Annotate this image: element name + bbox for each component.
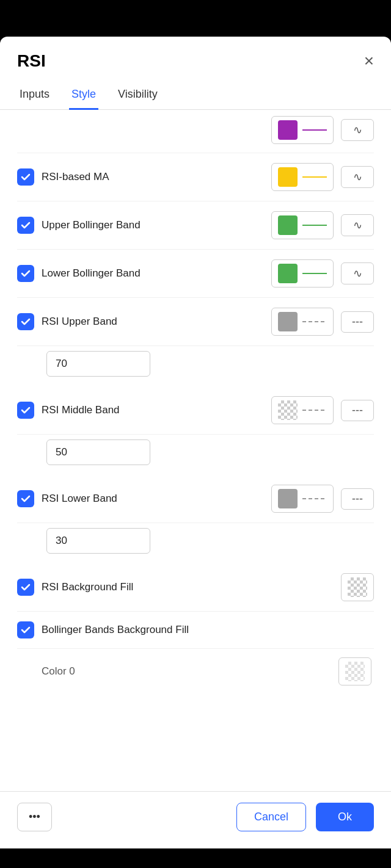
dialog-footer: ••• Cancel Ok: [0, 791, 391, 848]
label-bollinger-bg-fill: Bollinger Bands Background Fill: [42, 624, 374, 636]
dialog-title: RSI: [17, 51, 46, 71]
checkbox-rsi-lower-band[interactable]: [17, 490, 34, 507]
ok-button[interactable]: Ok: [316, 803, 374, 831]
tab-inputs[interactable]: Inputs: [17, 82, 52, 110]
checkbox-lower-bollinger-band[interactable]: [17, 265, 34, 282]
style-btn-rsi-lower-band[interactable]: ---: [341, 488, 374, 510]
row-rsi-middle-band: RSI Middle Band ---: [17, 386, 374, 435]
checkbox-upper-bollinger-band[interactable]: [17, 217, 34, 234]
partial-color-swatch: [278, 120, 298, 140]
checkbox-rsi-based-ma[interactable]: [17, 168, 34, 186]
tab-bar: Inputs Style Visibility: [0, 76, 391, 110]
label-lower-bollinger-band: Lower Bollinger Band: [42, 267, 264, 280]
color-btn-rsi-lower-band[interactable]: [271, 485, 334, 513]
line-rsi-middle-band: [302, 410, 327, 411]
value-input-rsi-lower-band[interactable]: [46, 528, 150, 554]
style-content: ∿ RSI-based MA ∿ Upper Bollinger Band: [0, 110, 391, 791]
close-button[interactable]: ×: [364, 52, 374, 70]
color0-button[interactable]: [338, 657, 371, 685]
value-input-rsi-middle-band[interactable]: [46, 439, 150, 465]
row-rsi-based-ma: RSI-based MA ∿: [17, 153, 374, 201]
label-rsi-based-ma: RSI-based MA: [42, 171, 264, 183]
swatch-rsi-background-fill: [348, 577, 367, 597]
row-rsi-upper-band: RSI Upper Band ---: [17, 298, 374, 346]
checkbox-bollinger-bg-fill[interactable]: [17, 621, 34, 638]
label-rsi-middle-band: RSI Middle Band: [42, 404, 264, 416]
cancel-button[interactable]: Cancel: [236, 803, 306, 831]
partial-top-row: ∿: [17, 110, 374, 153]
swatch-lower-bollinger-band: [278, 264, 298, 283]
color-btn-upper-bollinger-band[interactable]: [271, 211, 334, 239]
color0-swatch: [345, 662, 365, 681]
label-rsi-background-fill: RSI Background Fill: [42, 581, 334, 593]
style-btn-rsi-based-ma[interactable]: ∿: [341, 166, 374, 188]
swatch-rsi-lower-band: [278, 489, 298, 508]
value-row-rsi-upper-band: [17, 346, 374, 386]
row-bollinger-bg-fill: Bollinger Bands Background Fill: [17, 612, 374, 649]
swatch-rsi-middle-band: [278, 400, 298, 420]
color-btn-rsi-middle-band[interactable]: [271, 396, 334, 424]
line-upper-bollinger-band: [302, 225, 327, 226]
row-rsi-lower-band: RSI Lower Band ---: [17, 475, 374, 523]
style-btn-rsi-upper-band[interactable]: ---: [341, 311, 374, 333]
partial-line-preview: [302, 129, 327, 131]
style-btn-lower-bollinger-band[interactable]: ∿: [341, 262, 374, 284]
style-btn-upper-bollinger-band[interactable]: ∿: [341, 214, 374, 236]
line-rsi-lower-band: [302, 498, 327, 499]
partial-color-button[interactable]: [271, 116, 334, 144]
color0-row: Color 0: [17, 649, 374, 694]
line-lower-bollinger-band: [302, 273, 327, 274]
swatch-rsi-based-ma: [278, 167, 298, 187]
row-lower-bollinger-band: Lower Bollinger Band ∿: [17, 250, 374, 298]
style-btn-rsi-middle-band[interactable]: ---: [341, 400, 374, 421]
value-input-rsi-upper-band[interactable]: [46, 351, 150, 377]
label-rsi-lower-band: RSI Lower Band: [42, 493, 264, 505]
checkbox-rsi-upper-band[interactable]: [17, 313, 34, 330]
line-rsi-upper-band: [302, 321, 327, 322]
partial-style-button[interactable]: ∿: [341, 119, 374, 141]
color0-label: Color 0: [17, 665, 331, 678]
label-rsi-upper-band: RSI Upper Band: [42, 316, 264, 328]
value-row-rsi-lower-band: [17, 523, 374, 563]
color-btn-rsi-based-ma[interactable]: [271, 163, 334, 191]
swatch-rsi-upper-band: [278, 312, 298, 331]
more-button[interactable]: •••: [17, 803, 52, 831]
color-btn-rsi-upper-band[interactable]: [271, 308, 334, 336]
label-upper-bollinger-band: Upper Bollinger Band: [42, 219, 264, 231]
checkbox-rsi-middle-band[interactable]: [17, 402, 34, 419]
color-btn-lower-bollinger-band[interactable]: [271, 259, 334, 288]
row-rsi-background-fill: RSI Background Fill: [17, 563, 374, 612]
tab-visibility[interactable]: Visibility: [115, 82, 160, 110]
checkbox-rsi-background-fill[interactable]: [17, 579, 34, 596]
row-upper-bollinger-band: Upper Bollinger Band ∿: [17, 201, 374, 250]
tab-style[interactable]: Style: [69, 82, 98, 110]
color-btn-rsi-background-fill[interactable]: [341, 573, 374, 601]
swatch-upper-bollinger-band: [278, 215, 298, 235]
value-row-rsi-middle-band: [17, 435, 374, 475]
line-rsi-based-ma: [302, 176, 327, 178]
